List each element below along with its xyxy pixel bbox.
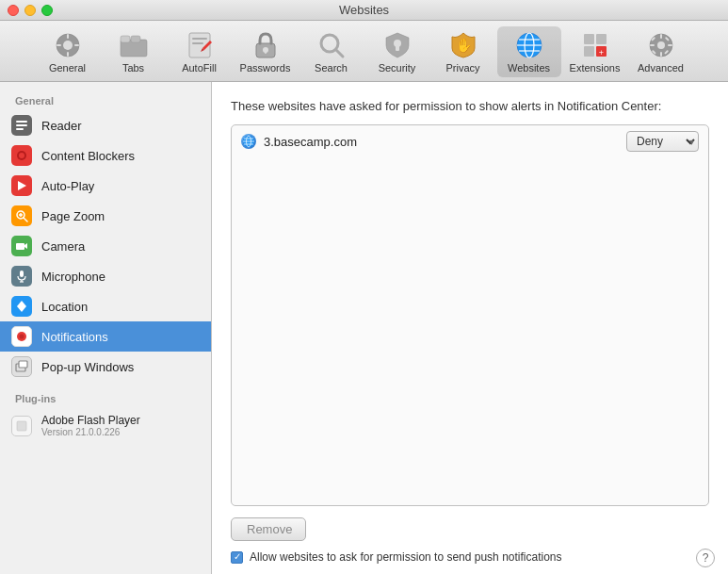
toolbar-item-autofill[interactable]: AutoFill [168, 26, 232, 77]
allow-checkbox-label: Allow websites to ask for permission to … [250, 550, 562, 564]
svg-point-57 [20, 335, 24, 339]
toolbar-extensions-label: Extensions [570, 62, 621, 74]
toolbar-item-general[interactable]: General [36, 26, 100, 77]
svg-rect-52 [20, 271, 24, 277]
sidebar-item-microphone[interactable]: Microphone [0, 261, 211, 291]
adobe-flash-icon [11, 416, 32, 436]
page-zoom-icon [11, 205, 32, 226]
toolbar-item-passwords[interactable]: Passwords [234, 26, 298, 77]
sidebar-plugins-title: Plug-ins [0, 389, 211, 408]
toolbar: General Tabs AutoFill [0, 21, 728, 82]
microphone-icon [11, 266, 32, 287]
help-button[interactable]: ? [696, 549, 715, 567]
location-icon [11, 296, 32, 317]
svg-rect-33 [660, 52, 662, 57]
sidebar-item-content-blockers-label: Content Blockers [41, 149, 135, 163]
svg-point-1 [63, 41, 73, 50]
allow-checkbox[interactable] [231, 551, 243, 564]
adobe-flash-label: Adobe Flash Player [41, 414, 140, 427]
adobe-flash-info: Adobe Flash Player Version 21.0.0.226 [41, 414, 140, 437]
svg-rect-32 [660, 34, 662, 39]
reader-icon [11, 115, 32, 136]
svg-rect-7 [121, 36, 130, 42]
toolbar-general-label: General [49, 62, 86, 74]
privacy-icon: ✋ [448, 30, 478, 60]
svg-rect-11 [192, 42, 203, 44]
svg-rect-5 [74, 44, 79, 46]
svg-rect-50 [16, 243, 24, 250]
svg-text:✋: ✋ [455, 38, 472, 54]
extensions-icon: + [580, 30, 610, 60]
toolbar-websites-label: Websites [508, 62, 550, 74]
sidebar: General Reader Content Blockers [0, 82, 212, 574]
svg-rect-4 [57, 44, 61, 46]
sidebar-item-notifications-label: Notifications [41, 330, 108, 344]
sidebar-item-page-zoom-label: Page Zoom [41, 209, 105, 223]
svg-rect-14 [265, 50, 267, 54]
svg-rect-40 [16, 121, 27, 123]
window-title: Websites [339, 3, 389, 17]
autofill-icon [185, 30, 215, 60]
toolbar-autofill-label: AutoFill [182, 62, 217, 74]
permission-select-wrapper[interactable]: Allow Deny Ask [626, 131, 699, 152]
sidebar-item-content-blockers[interactable]: Content Blockers [0, 140, 211, 171]
bottom-area: Remove Allow websites to ask for permiss… [231, 517, 709, 564]
sidebar-item-microphone-label: Microphone [41, 270, 105, 284]
sidebar-item-page-zoom[interactable]: Page Zoom [0, 201, 211, 231]
sidebar-item-location-label: Location [41, 300, 88, 314]
svg-rect-42 [16, 128, 24, 130]
adobe-flash-version: Version 21.0.0.226 [41, 427, 140, 437]
svg-rect-2 [67, 34, 69, 39]
toolbar-item-tabs[interactable]: Tabs [102, 26, 166, 77]
toolbar-tabs-label: Tabs [122, 62, 144, 74]
toolbar-item-privacy[interactable]: ✋ Privacy [431, 26, 495, 77]
titlebar: Websites [0, 0, 728, 21]
toolbar-item-extensions[interactable]: + Extensions [563, 26, 627, 77]
toolbar-item-advanced[interactable]: Advanced [629, 26, 693, 77]
close-button[interactable] [8, 5, 19, 16]
maximize-button[interactable] [41, 5, 53, 16]
notifications-icon [11, 326, 32, 347]
toolbar-item-search[interactable]: Search [299, 26, 364, 77]
content-area: These websites have asked for permission… [212, 82, 728, 574]
search-toolbar-icon [316, 30, 347, 60]
general-icon [53, 30, 83, 60]
svg-point-31 [657, 41, 665, 49]
minimize-button[interactable] [24, 5, 36, 16]
toolbar-advanced-label: Advanced [638, 62, 684, 74]
passwords-icon [251, 30, 281, 60]
svg-rect-25 [584, 34, 594, 44]
traffic-lights [8, 5, 53, 16]
svg-rect-35 [668, 44, 672, 46]
sidebar-item-notifications[interactable]: Notifications [0, 321, 211, 352]
sidebar-item-reader-label: Reader [41, 119, 82, 133]
toolbar-passwords-label: Passwords [240, 62, 291, 74]
svg-point-44 [19, 153, 24, 158]
toolbar-item-security[interactable]: Security [365, 26, 429, 77]
svg-rect-41 [16, 124, 27, 126]
toolbar-privacy-label: Privacy [445, 62, 479, 74]
sidebar-item-reader[interactable]: Reader [0, 110, 211, 140]
sidebar-item-auto-play-label: Auto-Play [41, 179, 94, 193]
sidebar-item-adobe-flash[interactable]: Adobe Flash Player Version 21.0.0.226 [0, 408, 211, 443]
website-globe-icon [241, 134, 256, 149]
toolbar-search-label: Search [315, 62, 348, 74]
svg-rect-59 [19, 361, 27, 368]
sidebar-item-auto-play[interactable]: Auto-Play [0, 171, 211, 201]
website-url: 3.basecamp.com [264, 135, 357, 149]
svg-rect-34 [650, 44, 655, 46]
sidebar-item-camera[interactable]: Camera [0, 231, 211, 261]
remove-button[interactable]: Remove [231, 517, 306, 541]
sidebar-item-popup-windows-label: Pop-up Windows [41, 360, 134, 374]
content-blockers-icon [11, 145, 32, 166]
sidebar-item-location[interactable]: Location [0, 291, 211, 321]
sidebar-item-popup-windows[interactable]: Pop-up Windows [0, 352, 211, 382]
toolbar-item-websites[interactable]: Websites [497, 26, 561, 77]
toolbar-security-label: Security [379, 62, 416, 74]
sidebar-item-camera-label: Camera [41, 239, 85, 254]
security-icon [382, 30, 413, 60]
svg-rect-18 [396, 44, 399, 51]
allow-checkbox-row[interactable]: Allow websites to ask for permission to … [231, 550, 709, 564]
websites-list: 3.basecamp.com Allow Deny Ask [231, 124, 709, 506]
permission-select[interactable]: Allow Deny Ask [626, 131, 699, 152]
